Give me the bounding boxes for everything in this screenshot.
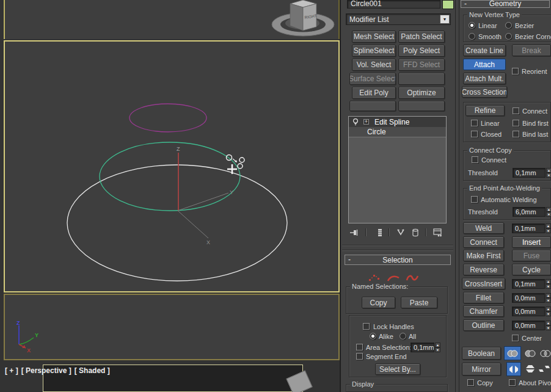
spline-subobject-icon[interactable] — [406, 274, 419, 282]
scene-canvas[interactable]: Z Y X — [5, 42, 338, 291]
bezier-corner-radio[interactable] — [505, 33, 512, 40]
modifier-button-patch-select[interactable]: Patch Select — [398, 31, 445, 43]
viewport-general-menu[interactable]: [ + ] — [5, 366, 18, 375]
area-selection-spinner[interactable]: 0,1mm ▲▼ — [411, 343, 440, 352]
weld-button[interactable]: Weld — [463, 222, 504, 234]
stack-item-circle[interactable]: Circle — [349, 127, 446, 137]
remove-modifier-icon[interactable] — [411, 228, 420, 238]
make-unique-icon[interactable] — [396, 228, 406, 238]
closed-checkbox[interactable] — [471, 131, 478, 137]
collapse-icon[interactable]: - — [348, 255, 351, 264]
spinner-up-icon[interactable]: ▲ — [546, 223, 551, 228]
weld-spinner[interactable]: 0,1mm ▲▼ — [512, 223, 551, 233]
spinner-down-icon[interactable]: ▼ — [546, 228, 551, 233]
about-pivot-checkbox[interactable] — [509, 379, 516, 386]
mirror-horizontal-toggle[interactable] — [506, 362, 521, 376]
segment-subobject-icon[interactable] — [387, 274, 400, 282]
modifier-button-optimize[interactable]: Optimize — [398, 87, 445, 99]
outline-spinner[interactable]: 0,0mm ▲▼ — [512, 321, 551, 330]
smooth-radio[interactable] — [469, 33, 475, 40]
spinner-up-icon[interactable]: ▲ — [546, 307, 551, 311]
spinner-buttons[interactable]: ▲▼ — [546, 293, 551, 303]
insert-button[interactable]: Insert — [512, 236, 551, 248]
refine-button[interactable]: Refine — [465, 105, 505, 116]
chamfer-spinner[interactable]: 0,0mm ▲▼ — [512, 307, 551, 316]
configure-modifier-sets-icon[interactable] — [432, 228, 442, 238]
modifier-button-empty-3[interactable] — [398, 101, 445, 111]
modifier-button-empty-2[interactable] — [349, 101, 396, 111]
modifier-button-mesh-select[interactable]: Mesh Select — [352, 31, 396, 43]
copy-button[interactable]: Copy — [362, 297, 395, 308]
viewport-shading-menu[interactable]: [ Shaded ] — [75, 366, 110, 375]
top-viewport[interactable]: RIGHT — [4, 0, 340, 39]
spinner-down-icon[interactable]: ▼ — [546, 212, 551, 217]
alike-radio[interactable] — [370, 333, 376, 339]
pin-stack-icon[interactable] — [349, 228, 359, 238]
spline-circle-selected-green[interactable] — [100, 142, 240, 211]
spinner-up-icon[interactable]: ▲ — [546, 321, 551, 325]
reorient-checkbox[interactable] — [512, 68, 519, 74]
create-line-button[interactable]: Create Line — [463, 45, 506, 56]
cross-section-button[interactable]: Cross Section — [462, 86, 507, 98]
modifier-list-dropdown[interactable]: Modifier List ▼ — [346, 13, 451, 25]
crossinsert-spinner[interactable]: 0,1mm ▲▼ — [512, 279, 551, 289]
copy-checkbox[interactable] — [467, 379, 474, 386]
weld-value[interactable]: 0,1mm — [512, 223, 545, 233]
lightbulb-icon[interactable] — [352, 118, 359, 126]
automatic-welding-checkbox[interactable] — [471, 196, 478, 203]
cycle-button[interactable]: Cycle — [512, 264, 551, 275]
collapse-icon[interactable]: - — [464, 0, 467, 8]
spinner-down-icon[interactable]: ▼ — [546, 311, 551, 316]
vertex-subobject-icon[interactable] — [368, 274, 381, 282]
connect-copy-threshold-value[interactable]: 0,1mm — [513, 168, 546, 178]
segment-end-checkbox[interactable] — [356, 353, 363, 360]
spinner-up-icon[interactable]: ▲ — [546, 279, 551, 284]
crossinsert-value[interactable]: 0,1mm — [512, 279, 545, 289]
dropdown-arrow-button[interactable]: ▼ — [440, 15, 450, 24]
spinner-down-icon[interactable]: ▼ — [546, 173, 551, 178]
spinner-buttons[interactable]: ▲▼ — [546, 168, 551, 178]
boolean-button[interactable]: Boolean — [462, 347, 501, 360]
lower-viewport[interactable]: Z Y X — [4, 294, 340, 360]
crossinsert-button[interactable]: CrossInsert — [462, 278, 505, 289]
mirror-both-icon[interactable] — [539, 364, 551, 374]
linear-checkbox[interactable] — [471, 120, 478, 126]
center-checkbox[interactable] — [512, 335, 519, 341]
attach-mult-button[interactable]: Attach Mult. — [463, 73, 506, 84]
spinner-up-icon[interactable]: ▲ — [546, 207, 551, 212]
spinner-buttons[interactable]: ▲▼ — [546, 321, 551, 330]
selection-rollout-header[interactable]: - Selection — [345, 255, 451, 265]
fillet-spinner[interactable]: 0,0mm ▲▼ — [512, 293, 551, 303]
viewport-pov-menu[interactable]: [ Perspective ] — [21, 366, 71, 375]
connect-copy-threshold-spinner[interactable]: 0,1mm ▲▼ — [513, 168, 551, 178]
spinner-buttons[interactable]: ▲▼ — [546, 279, 551, 289]
modifier-button-edit-poly[interactable]: Edit Poly — [352, 87, 396, 99]
modifier-stack[interactable]: + Edit Spline Circle — [348, 116, 447, 223]
mirror-vertical-icon[interactable] — [524, 364, 536, 374]
area-selection-value[interactable]: 0,1mm — [411, 343, 434, 352]
geometry-rollout-header[interactable]: - Geometry — [461, 0, 550, 8]
outline-button[interactable]: Outline — [463, 319, 504, 331]
spinner-up-icon[interactable]: ▲ — [435, 343, 440, 347]
active-viewport[interactable]: Z Y X — [4, 40, 340, 292]
bezier-radio[interactable] — [505, 22, 512, 29]
perspective-viewcube-fragment[interactable] — [286, 370, 312, 392]
expand-plus-icon[interactable]: + — [363, 119, 369, 125]
all-radio[interactable] — [400, 333, 406, 339]
spinner-up-icon[interactable]: ▲ — [546, 293, 551, 298]
chamfer-button[interactable]: Chamfer — [463, 305, 504, 317]
spline-circle-purple[interactable] — [130, 104, 206, 132]
object-name-field[interactable]: Circle001 — [347, 0, 440, 9]
viewcube[interactable]: RIGHT — [268, 0, 338, 38]
boolean-subtract-icon[interactable] — [524, 349, 537, 358]
spinner-buttons[interactable]: ▲▼ — [546, 223, 551, 233]
connect-checkbox[interactable] — [513, 107, 519, 114]
weld-threshold-spinner[interactable]: 6,0mm ▲▼ — [513, 207, 551, 217]
bind-last-checkbox[interactable] — [513, 131, 519, 137]
show-end-result-icon[interactable] — [375, 228, 385, 238]
spinner-buttons[interactable]: ▲▼ — [546, 207, 551, 217]
weld-threshold-value[interactable]: 6,0mm — [513, 207, 546, 217]
modifier-button-splineselect[interactable]: SplineSelect — [352, 45, 396, 57]
spinner-buttons[interactable]: ▲▼ — [435, 343, 440, 352]
fillet-value[interactable]: 0,0mm — [512, 293, 545, 303]
